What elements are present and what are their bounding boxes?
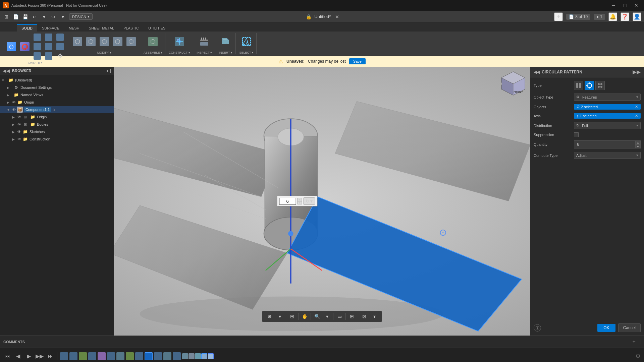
create-btn8[interactable] bbox=[55, 42, 65, 51]
grid-menu-button[interactable]: ⊞ bbox=[3, 13, 10, 20]
undo-button[interactable]: ↩ bbox=[31, 13, 38, 20]
objects-clear-button[interactable]: ✕ bbox=[635, 105, 638, 109]
add-comment-button[interactable]: + bbox=[633, 339, 636, 345]
timeline-item-9[interactable] bbox=[135, 352, 143, 360]
env-button[interactable]: ⊠ bbox=[360, 312, 368, 320]
eye-icon[interactable]: 👁 bbox=[17, 137, 21, 141]
timeline-item-10[interactable] bbox=[145, 352, 153, 360]
viewcube[interactable]: FRONT ▲ ▼ ◀ ▶ bbox=[500, 70, 527, 97]
grid-button[interactable]: ⊞ bbox=[348, 312, 356, 320]
timeline-item-13[interactable] bbox=[173, 352, 181, 360]
timeline-start-button[interactable]: ⏮ bbox=[3, 352, 11, 360]
browser-collapse-button[interactable]: ◀◀ bbox=[3, 68, 10, 73]
browser-pin-icon[interactable]: | bbox=[110, 68, 111, 73]
construct-btn1[interactable] bbox=[173, 36, 185, 47]
vt-dropdown1[interactable]: ▾ bbox=[276, 312, 284, 320]
tree-item-sketches[interactable]: ▶ 👁 📁 Sketches bbox=[0, 128, 114, 135]
type-option-2[interactable] bbox=[585, 81, 594, 90]
cp-collapse-left-icon[interactable]: ◀◀ bbox=[534, 70, 540, 74]
create-btn7[interactable] bbox=[55, 33, 65, 42]
tab-solid[interactable]: SOLID bbox=[17, 24, 37, 32]
timeline-item-16[interactable] bbox=[195, 353, 201, 359]
display-mode-button[interactable]: ▭ bbox=[335, 312, 343, 320]
pan-button[interactable]: ✋ bbox=[301, 312, 309, 320]
eye-icon[interactable]: 👁 bbox=[12, 108, 16, 112]
create-move-button[interactable]: ✥ bbox=[55, 52, 65, 60]
ok-button[interactable]: OK bbox=[597, 324, 615, 332]
timeline-item-4[interactable] bbox=[88, 352, 96, 360]
timeline-end-button[interactable]: ⏭ bbox=[46, 352, 54, 360]
eye-icon[interactable]: 👁 bbox=[12, 100, 16, 104]
create-btn3[interactable] bbox=[32, 52, 42, 60]
create-btn5[interactable] bbox=[44, 42, 54, 51]
modify-btn5[interactable]: ⬡ bbox=[125, 36, 137, 47]
tab-plastic[interactable]: PLASTIC bbox=[119, 24, 144, 32]
timeline-prev-button[interactable]: ◀ bbox=[14, 352, 22, 360]
save-button[interactable]: 💾 bbox=[21, 13, 29, 20]
cp-collapse-icon[interactable]: ▶▶ bbox=[633, 69, 641, 75]
orbit-button[interactable]: ⊞ bbox=[288, 312, 296, 320]
tree-item-comp-origin[interactable]: ▶ 👁 ⊞ 📁 Origin bbox=[0, 113, 114, 121]
timeline-item-15[interactable] bbox=[189, 353, 195, 359]
type-option-3[interactable] bbox=[595, 81, 605, 90]
tree-item-component1[interactable]: ▼ 👁 📦 Component1:1 ⊙ bbox=[0, 106, 114, 113]
minimize-button[interactable]: ─ bbox=[608, 2, 619, 9]
redo-dropdown-button[interactable]: ▾ bbox=[59, 13, 66, 20]
maximize-button[interactable]: □ bbox=[620, 2, 630, 9]
file-button[interactable]: 📄 bbox=[12, 13, 19, 20]
tree-item-bodies[interactable]: ▶ 👁 ⊞ 📁 Bodies bbox=[0, 121, 114, 128]
browser-visibility-icon[interactable]: ● bbox=[106, 68, 109, 73]
modify-btn3[interactable]: ⬡ bbox=[98, 36, 110, 47]
save-changes-button[interactable]: Save bbox=[349, 58, 366, 64]
timeline-item-6[interactable] bbox=[107, 352, 115, 360]
create-extrude-button[interactable]: ⬡ bbox=[5, 41, 17, 52]
notification-indicator[interactable]: ● 1 bbox=[594, 14, 605, 20]
tab-surface[interactable]: SURFACE bbox=[37, 24, 64, 32]
close-tab-button[interactable]: ✕ bbox=[333, 13, 341, 20]
create-btn6[interactable] bbox=[44, 52, 54, 60]
quantity-increment-button[interactable]: ▲ bbox=[297, 198, 302, 201]
tab-utilities[interactable]: UTILITIES bbox=[144, 24, 170, 32]
axis-clear-button[interactable]: ✕ bbox=[635, 114, 638, 118]
tab-sheet-metal[interactable]: SHEET METAL bbox=[84, 24, 119, 32]
distribution-dropdown[interactable]: ↻ Full bbox=[574, 122, 641, 129]
timeline-play-button[interactable]: ▶ bbox=[25, 352, 33, 360]
add-tab-button[interactable]: + bbox=[554, 12, 563, 21]
undo-dropdown-button[interactable]: ▾ bbox=[40, 13, 48, 20]
timeline-item-17[interactable] bbox=[201, 353, 207, 359]
cancel-button[interactable]: Cancel bbox=[618, 323, 641, 332]
timeline-item-1[interactable] bbox=[60, 352, 68, 360]
timeline-item-5[interactable] bbox=[98, 352, 106, 360]
timeline-item-11[interactable] bbox=[154, 352, 162, 360]
assemble-btn1[interactable]: ⬡ bbox=[147, 36, 159, 47]
vt-dropdown2[interactable]: ▾ bbox=[323, 312, 331, 320]
create-btn2[interactable] bbox=[32, 42, 42, 51]
rotate-pattern-button[interactable]: ↻ ▾ bbox=[303, 197, 315, 205]
tree-item-construction[interactable]: ▶ 👁 📁 Construction bbox=[0, 135, 114, 143]
tree-item-doc-settings[interactable]: ▶ ⚙ Document Settings bbox=[0, 84, 114, 91]
timeline-item-7[interactable] bbox=[116, 352, 124, 360]
viewport[interactable]: ⊙ ▲ ▼ ↻ ▾ FRONT bbox=[114, 67, 530, 336]
eye-icon[interactable]: 👁 bbox=[17, 130, 21, 134]
modify-btn4[interactable]: ⬡ bbox=[112, 36, 124, 47]
info-button[interactable]: ⓘ bbox=[534, 324, 541, 331]
tree-item-unsaved[interactable]: ▼ 📁 (Unsaved) bbox=[0, 76, 114, 84]
timeline-item-12[interactable] bbox=[163, 352, 171, 360]
quantity-input-field[interactable] bbox=[279, 198, 296, 205]
timeline-next-button[interactable]: ▶▶ bbox=[36, 352, 44, 360]
modify-btn1[interactable]: ⬡ bbox=[71, 36, 84, 47]
eye-icon[interactable]: 👁 bbox=[17, 115, 21, 119]
quantity-decrement-button[interactable]: ▼ bbox=[297, 201, 302, 204]
help-button[interactable]: ❓ bbox=[621, 12, 629, 21]
timeline-item-14[interactable] bbox=[182, 353, 188, 359]
create-revolve-button[interactable]: ⭕ bbox=[19, 41, 31, 52]
tree-item-origin[interactable]: ▶ 👁 📁 Origin bbox=[0, 99, 114, 106]
vt-dropdown3[interactable]: ▾ bbox=[370, 312, 378, 320]
inspect-btn1[interactable] bbox=[198, 36, 210, 47]
suppression-checkbox[interactable] bbox=[574, 132, 579, 137]
compute-type-dropdown[interactable]: Adjust bbox=[574, 152, 641, 159]
design-workspace-button[interactable]: DESIGN ▾ bbox=[69, 13, 93, 20]
timeline-settings-button[interactable]: ⚙ bbox=[635, 353, 641, 360]
account-button[interactable]: 👤 bbox=[633, 12, 641, 21]
timeline-item-2[interactable] bbox=[69, 352, 77, 360]
